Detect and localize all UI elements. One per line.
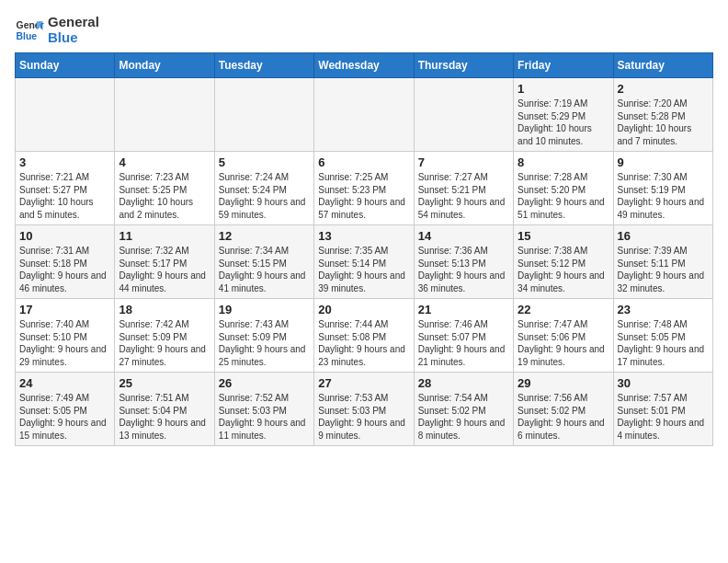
calendar-cell: 9Sunrise: 7:30 AM Sunset: 5:19 PM Daylig… [613, 152, 712, 225]
calendar-table: SundayMondayTuesdayWednesdayThursdayFrid… [15, 52, 713, 446]
day-number: 12 [219, 229, 310, 243]
day-info: Sunrise: 7:27 AM Sunset: 5:21 PM Dayligh… [418, 171, 509, 221]
calendar-cell: 5Sunrise: 7:24 AM Sunset: 5:24 PM Daylig… [214, 152, 313, 225]
weekday-header-sunday: Sunday [16, 53, 115, 78]
day-info: Sunrise: 7:51 AM Sunset: 5:04 PM Dayligh… [119, 392, 210, 442]
calendar-cell: 6Sunrise: 7:25 AM Sunset: 5:23 PM Daylig… [314, 152, 414, 225]
day-number: 25 [119, 376, 210, 390]
calendar-week-row: 3Sunrise: 7:21 AM Sunset: 5:27 PM Daylig… [16, 152, 713, 225]
day-info: Sunrise: 7:34 AM Sunset: 5:15 PM Dayligh… [219, 245, 310, 294]
day-number: 24 [19, 376, 110, 390]
day-info: Sunrise: 7:25 AM Sunset: 5:23 PM Dayligh… [318, 171, 409, 221]
calendar-cell: 11Sunrise: 7:32 AM Sunset: 5:17 PM Dayli… [115, 225, 214, 299]
calendar-week-row: 24Sunrise: 7:49 AM Sunset: 5:05 PM Dayli… [16, 373, 713, 446]
day-number: 11 [119, 229, 210, 243]
weekday-header-friday: Friday [514, 53, 613, 78]
day-info: Sunrise: 7:48 AM Sunset: 5:05 PM Dayligh… [618, 318, 709, 368]
calendar-cell: 23Sunrise: 7:48 AM Sunset: 5:05 PM Dayli… [613, 299, 712, 373]
calendar-cell [214, 78, 313, 152]
svg-text:Blue: Blue [17, 30, 38, 40]
day-info: Sunrise: 7:40 AM Sunset: 5:10 PM Dayligh… [19, 318, 110, 368]
day-number: 15 [518, 229, 609, 243]
calendar-cell: 7Sunrise: 7:27 AM Sunset: 5:21 PM Daylig… [414, 152, 513, 225]
calendar-cell: 3Sunrise: 7:21 AM Sunset: 5:27 PM Daylig… [16, 152, 115, 225]
day-number: 9 [618, 155, 709, 169]
calendar-cell: 4Sunrise: 7:23 AM Sunset: 5:25 PM Daylig… [115, 152, 214, 225]
weekday-header-thursday: Thursday [414, 53, 513, 78]
day-number: 17 [19, 303, 110, 316]
day-number: 27 [318, 376, 409, 390]
calendar-cell: 8Sunrise: 7:28 AM Sunset: 5:20 PM Daylig… [514, 152, 613, 225]
calendar-cell: 29Sunrise: 7:56 AM Sunset: 5:02 PM Dayli… [514, 373, 613, 446]
calendar-cell [16, 78, 115, 152]
calendar-cell [414, 78, 513, 152]
weekday-header-wednesday: Wednesday [314, 53, 414, 78]
page-header: General Blue General Blue [15, 15, 713, 45]
day-number: 30 [618, 376, 709, 390]
calendar-cell: 27Sunrise: 7:53 AM Sunset: 5:03 PM Dayli… [314, 373, 414, 446]
day-info: Sunrise: 7:46 AM Sunset: 5:07 PM Dayligh… [418, 318, 509, 368]
day-info: Sunrise: 7:20 AM Sunset: 5:28 PM Dayligh… [618, 98, 709, 147]
calendar-cell: 28Sunrise: 7:54 AM Sunset: 5:02 PM Dayli… [414, 373, 513, 446]
calendar-cell: 12Sunrise: 7:34 AM Sunset: 5:15 PM Dayli… [214, 225, 313, 299]
calendar-cell: 13Sunrise: 7:35 AM Sunset: 5:14 PM Dayli… [314, 225, 414, 299]
day-number: 26 [219, 376, 310, 390]
day-info: Sunrise: 7:49 AM Sunset: 5:05 PM Dayligh… [19, 392, 110, 442]
day-number: 8 [518, 155, 609, 169]
logo-blue: Blue [48, 30, 99, 46]
day-number: 5 [219, 155, 310, 169]
day-info: Sunrise: 7:32 AM Sunset: 5:17 PM Dayligh… [119, 245, 210, 294]
calendar-cell: 26Sunrise: 7:52 AM Sunset: 5:03 PM Dayli… [214, 373, 313, 446]
day-info: Sunrise: 7:54 AM Sunset: 5:02 PM Dayligh… [418, 392, 509, 442]
calendar-cell: 2Sunrise: 7:20 AM Sunset: 5:28 PM Daylig… [613, 78, 712, 152]
calendar-cell [314, 78, 414, 152]
calendar-cell: 24Sunrise: 7:49 AM Sunset: 5:05 PM Dayli… [16, 373, 115, 446]
calendar-cell: 25Sunrise: 7:51 AM Sunset: 5:04 PM Dayli… [115, 373, 214, 446]
calendar-cell [115, 78, 214, 152]
day-info: Sunrise: 7:28 AM Sunset: 5:20 PM Dayligh… [518, 171, 609, 221]
weekday-header-monday: Monday [115, 53, 214, 78]
calendar-cell: 14Sunrise: 7:36 AM Sunset: 5:13 PM Dayli… [414, 225, 513, 299]
calendar-cell: 18Sunrise: 7:42 AM Sunset: 5:09 PM Dayli… [115, 299, 214, 373]
day-number: 19 [219, 303, 310, 316]
calendar-week-row: 1Sunrise: 7:19 AM Sunset: 5:29 PM Daylig… [16, 78, 713, 152]
calendar-cell: 20Sunrise: 7:44 AM Sunset: 5:08 PM Dayli… [314, 299, 414, 373]
calendar-cell: 30Sunrise: 7:57 AM Sunset: 5:01 PM Dayli… [613, 373, 712, 446]
day-info: Sunrise: 7:44 AM Sunset: 5:08 PM Dayligh… [318, 318, 409, 368]
day-number: 4 [119, 155, 210, 169]
day-number: 7 [418, 155, 509, 169]
day-info: Sunrise: 7:43 AM Sunset: 5:09 PM Dayligh… [219, 318, 310, 368]
day-info: Sunrise: 7:24 AM Sunset: 5:24 PM Dayligh… [219, 171, 310, 221]
day-number: 16 [618, 229, 709, 243]
calendar-cell: 15Sunrise: 7:38 AM Sunset: 5:12 PM Dayli… [514, 225, 613, 299]
day-number: 6 [318, 155, 409, 169]
day-info: Sunrise: 7:23 AM Sunset: 5:25 PM Dayligh… [119, 171, 210, 221]
day-number: 14 [418, 229, 509, 243]
day-info: Sunrise: 7:36 AM Sunset: 5:13 PM Dayligh… [418, 245, 509, 294]
weekday-header-tuesday: Tuesday [214, 53, 313, 78]
logo-icon: General Blue [15, 16, 44, 45]
day-info: Sunrise: 7:31 AM Sunset: 5:18 PM Dayligh… [19, 245, 110, 294]
day-info: Sunrise: 7:21 AM Sunset: 5:27 PM Dayligh… [19, 171, 110, 221]
day-number: 29 [518, 376, 609, 390]
day-number: 20 [318, 303, 409, 316]
calendar-cell: 17Sunrise: 7:40 AM Sunset: 5:10 PM Dayli… [16, 299, 115, 373]
calendar-cell: 1Sunrise: 7:19 AM Sunset: 5:29 PM Daylig… [514, 78, 613, 152]
day-number: 2 [618, 82, 709, 96]
day-number: 28 [418, 376, 509, 390]
day-info: Sunrise: 7:35 AM Sunset: 5:14 PM Dayligh… [318, 245, 409, 294]
calendar-cell: 16Sunrise: 7:39 AM Sunset: 5:11 PM Dayli… [613, 225, 712, 299]
weekday-header-saturday: Saturday [613, 53, 712, 78]
day-number: 22 [518, 303, 609, 316]
calendar-week-row: 17Sunrise: 7:40 AM Sunset: 5:10 PM Dayli… [16, 299, 713, 373]
calendar-week-row: 10Sunrise: 7:31 AM Sunset: 5:18 PM Dayli… [16, 225, 713, 299]
day-info: Sunrise: 7:42 AM Sunset: 5:09 PM Dayligh… [119, 318, 210, 368]
day-info: Sunrise: 7:56 AM Sunset: 5:02 PM Dayligh… [518, 392, 609, 442]
weekday-header-row: SundayMondayTuesdayWednesdayThursdayFrid… [16, 53, 713, 78]
day-info: Sunrise: 7:38 AM Sunset: 5:12 PM Dayligh… [518, 245, 609, 294]
day-info: Sunrise: 7:53 AM Sunset: 5:03 PM Dayligh… [318, 392, 409, 442]
day-number: 18 [119, 303, 210, 316]
day-info: Sunrise: 7:52 AM Sunset: 5:03 PM Dayligh… [219, 392, 310, 442]
calendar-cell: 19Sunrise: 7:43 AM Sunset: 5:09 PM Dayli… [214, 299, 313, 373]
calendar-cell: 10Sunrise: 7:31 AM Sunset: 5:18 PM Dayli… [16, 225, 115, 299]
